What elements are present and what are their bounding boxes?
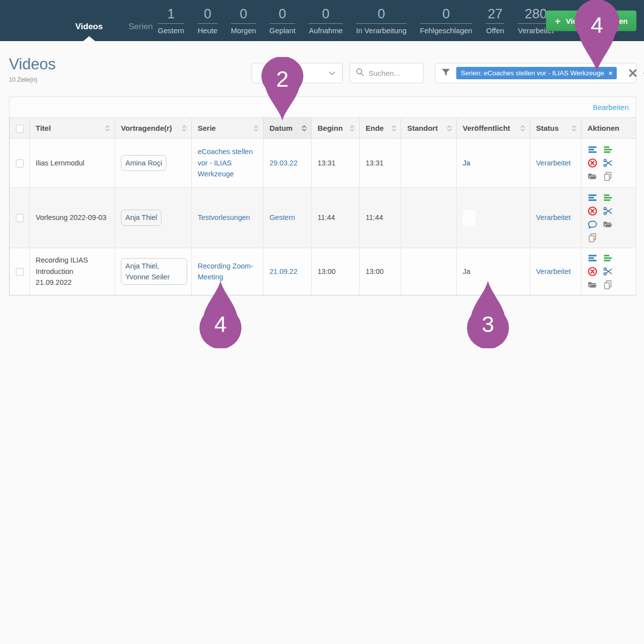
row-checkbox[interactable]: [16, 214, 24, 222]
delete-action-button[interactable]: [588, 158, 597, 168]
event-details-icon: [588, 145, 597, 155]
stat-value: 0: [420, 7, 473, 24]
stat-heute[interactable]: 0Heute: [198, 7, 217, 35]
comment-action-button[interactable]: [588, 219, 597, 229]
chevron-down-icon: [329, 69, 335, 78]
duplicate-action-button[interactable]: [603, 171, 613, 181]
add-video-button[interactable]: + Video hinzufügen: [546, 10, 637, 31]
column-header-label: Vortragende(r): [121, 124, 172, 132]
cell-series: Testvorlesungen: [192, 188, 264, 248]
series-link[interactable]: Testvorlesungen: [198, 214, 250, 221]
sort-icon[interactable]: [447, 125, 452, 132]
delete-icon: [588, 206, 597, 216]
edit-link[interactable]: Bearbeiten: [592, 103, 629, 111]
date-link[interactable]: 21.09.22: [269, 268, 297, 275]
filter-preset-select[interactable]: [252, 63, 343, 83]
column-header-serie[interactable]: Serie: [192, 118, 264, 139]
stat-geplant[interactable]: 0Geplant: [269, 7, 296, 35]
folder-action-button[interactable]: [588, 280, 597, 290]
stat-label: Morgen: [231, 26, 256, 35]
stat-offen[interactable]: 27Offen: [485, 7, 504, 35]
row-checkbox[interactable]: [16, 160, 24, 167]
table-header-row: TitelVortragende(r)SerieDatumBeginnEndeS…: [10, 118, 636, 139]
series-action-button[interactable]: [603, 193, 613, 203]
publish-placeholder: [463, 210, 476, 226]
column-header-beginn[interactable]: Beginn: [312, 118, 360, 139]
stat-value: 0: [269, 7, 296, 24]
cell-published: Ja: [457, 248, 530, 295]
sort-icon[interactable]: [302, 125, 307, 132]
stat-aufnahme[interactable]: 0Aufnahme: [309, 7, 342, 35]
date-link[interactable]: Gestern: [269, 214, 295, 221]
tab-serien[interactable]: Serien: [128, 22, 153, 41]
sort-icon[interactable]: [520, 125, 525, 132]
duplicate-icon: [603, 280, 613, 290]
series-link[interactable]: Recording Zoom-Meeting: [198, 262, 253, 281]
cell-start: 13:00: [312, 248, 360, 295]
search-input[interactable]: [369, 69, 418, 77]
cell-presenters: Amina Roçi: [115, 139, 192, 188]
column-header-ende[interactable]: Ende: [360, 118, 401, 139]
folder-action-button[interactable]: [588, 171, 597, 181]
date-link[interactable]: 29.03.22: [269, 159, 297, 167]
series-action-button[interactable]: [603, 145, 613, 155]
delete-action-button[interactable]: [588, 206, 597, 216]
nav-tabs: VideosSerien: [75, 0, 153, 41]
cell-presenters: Anja Thiel: [115, 188, 192, 248]
details-action-button[interactable]: [588, 193, 597, 203]
videos-table-container: Bearbeiten TitelVortragende(r)SerieDatum…: [9, 97, 636, 296]
duplicate-action-button[interactable]: [588, 233, 597, 243]
row-checkbox[interactable]: [16, 268, 24, 276]
sort-icon[interactable]: [254, 125, 259, 132]
cell-actions: [582, 188, 636, 248]
active-filter-chip[interactable]: Serien: eCoaches stellen vor - ILIAS Wer…: [456, 67, 617, 79]
column-header-label: Datum: [269, 124, 293, 132]
videos-table: TitelVortragende(r)SerieDatumBeginnEndeS…: [9, 117, 636, 295]
series-action-button[interactable]: [603, 253, 613, 263]
status-link[interactable]: Verarbeitet: [536, 214, 571, 221]
column-header-aktionen[interactable]: Aktionen: [582, 118, 636, 139]
cell-status: Verarbeitet: [530, 248, 582, 295]
column-header-status[interactable]: Status: [530, 118, 582, 139]
sort-icon[interactable]: [350, 125, 355, 132]
details-action-button[interactable]: [588, 253, 597, 263]
select-all-checkbox[interactable]: [16, 125, 24, 133]
series-details-icon: [603, 145, 613, 155]
series-link[interactable]: eCoaches stellen vor - ILIAS Werkzeuge: [198, 148, 253, 178]
stat-fehlgeschlagen[interactable]: 0Fehlgeschlagen: [420, 7, 473, 35]
stat-morgen[interactable]: 0Morgen: [231, 7, 256, 35]
cut-scissors-icon: [603, 158, 613, 168]
tab-videos[interactable]: Videos: [75, 22, 103, 41]
cell-start: 11:44: [312, 188, 360, 248]
cut-action-button[interactable]: [603, 206, 613, 216]
duplicate-action-button[interactable]: [603, 280, 613, 290]
nav-stats: 1Gestern0Heute0Morgen0Geplant0Aufnahme0I…: [158, 7, 554, 41]
plus-icon: +: [555, 16, 560, 26]
sort-icon[interactable]: [105, 125, 110, 132]
cut-scissors-icon: [603, 267, 613, 276]
remove-filter-icon[interactable]: ×: [608, 69, 612, 77]
stat-in-verarbeitung[interactable]: 0In Verarbeitung: [356, 7, 407, 35]
column-header-vortragende-r[interactable]: Vortragende(r): [115, 118, 192, 139]
series-details-icon: [603, 193, 613, 203]
column-header-datum[interactable]: Datum: [264, 118, 312, 139]
presenter-chip: Amina Roçi: [121, 155, 166, 171]
cut-action-button[interactable]: [603, 267, 613, 276]
stat-value: 1: [158, 7, 184, 24]
delete-action-button[interactable]: [588, 267, 597, 276]
column-header-titel[interactable]: Titel: [30, 118, 115, 139]
cut-action-button[interactable]: [603, 158, 613, 168]
sort-icon[interactable]: [182, 125, 187, 132]
clear-filters-icon[interactable]: [629, 69, 637, 77]
table-row: Ilias LernmodulAmina RoçieCoaches stelle…: [10, 139, 636, 188]
column-header-label: Aktionen: [588, 124, 619, 132]
sort-icon[interactable]: [391, 125, 396, 132]
column-header-standort[interactable]: Standort: [401, 118, 457, 139]
sort-icon[interactable]: [572, 125, 577, 132]
stat-gestern[interactable]: 1Gestern: [158, 7, 184, 35]
column-header-ver-ffentlicht[interactable]: Veröffentlicht: [457, 118, 530, 139]
status-link[interactable]: Verarbeitet: [536, 268, 571, 275]
folder-action-button[interactable]: [603, 219, 613, 229]
status-link[interactable]: Verarbeitet: [536, 159, 571, 167]
details-action-button[interactable]: [588, 145, 597, 155]
